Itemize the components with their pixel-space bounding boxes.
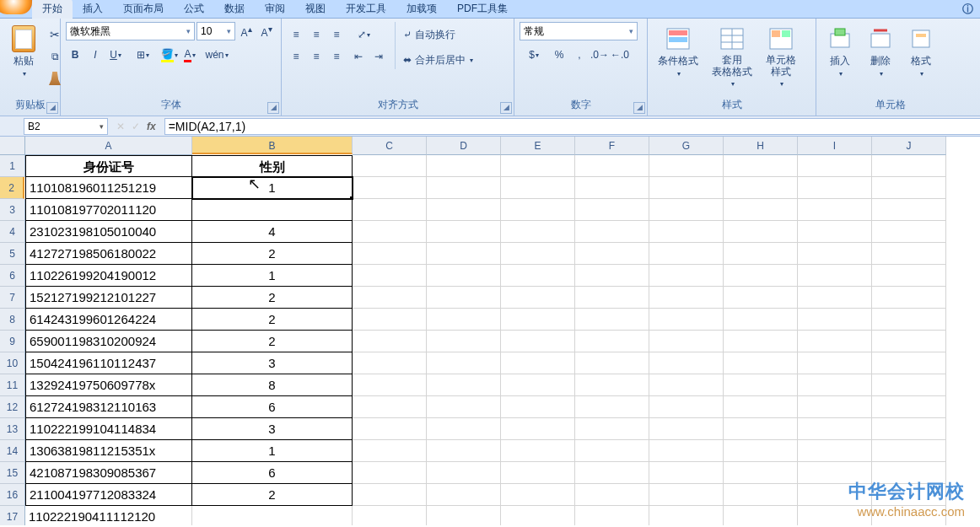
cell-A8[interactable]: 614243199601264224: [25, 309, 192, 331]
cell-D15[interactable]: [427, 462, 501, 484]
cell-F13[interactable]: [575, 418, 649, 440]
cell-H1[interactable]: [724, 155, 798, 177]
cell-B14[interactable]: 1: [192, 440, 353, 462]
cell-D2[interactable]: [427, 177, 501, 199]
cell-D16[interactable]: [427, 484, 501, 506]
cell-J5[interactable]: [872, 243, 946, 265]
decrease-decimal-button[interactable]: ←.0: [611, 46, 629, 64]
cell-E16[interactable]: [501, 484, 575, 506]
cell-G3[interactable]: [649, 199, 724, 221]
tab-6[interactable]: 视图: [295, 0, 336, 19]
cell-I8[interactable]: [798, 309, 872, 331]
help-icon[interactable]: ⓘ: [962, 2, 973, 17]
cell-A10[interactable]: 150424196110112437: [25, 352, 192, 374]
cell-I3[interactable]: [798, 199, 872, 221]
col-header-C[interactable]: C: [353, 137, 427, 155]
cell-H7[interactable]: [724, 287, 798, 309]
cell-C12[interactable]: [353, 396, 427, 418]
cell-H10[interactable]: [724, 352, 798, 374]
cell-C1[interactable]: [353, 155, 427, 177]
cell-J11[interactable]: [872, 374, 946, 396]
row-header-10[interactable]: 10: [0, 352, 25, 374]
cell-B17[interactable]: [192, 506, 353, 525]
cell-A4[interactable]: 231023198105010040: [25, 221, 192, 243]
cell-H2[interactable]: [724, 177, 798, 199]
cell-G2[interactable]: [649, 177, 724, 199]
cell-B9[interactable]: 2: [192, 331, 353, 352]
cell-E7[interactable]: [501, 287, 575, 309]
cell-B2[interactable]: 1: [192, 177, 353, 199]
cell-C3[interactable]: [353, 199, 427, 221]
delete-cells-button[interactable]: 删除▾: [862, 22, 899, 81]
cell-C4[interactable]: [353, 221, 427, 243]
cell-H5[interactable]: [724, 243, 798, 265]
cell-G7[interactable]: [649, 287, 724, 309]
increase-indent-button[interactable]: ⇥: [369, 47, 388, 66]
cell-G12[interactable]: [649, 396, 724, 418]
fx-icon[interactable]: fx: [147, 121, 156, 132]
row-header-3[interactable]: 3: [0, 199, 25, 221]
bold-button[interactable]: B: [66, 46, 84, 64]
cell-J13[interactable]: [872, 418, 946, 440]
cell-A6[interactable]: 110226199204190012: [25, 265, 192, 287]
cell-F17[interactable]: [575, 506, 649, 525]
cell-G16[interactable]: [649, 484, 724, 506]
col-header-D[interactable]: D: [427, 137, 501, 155]
cell-J14[interactable]: [872, 440, 946, 462]
row-header-15[interactable]: 15: [0, 462, 25, 484]
cell-C16[interactable]: [353, 484, 427, 506]
row-header-14[interactable]: 14: [0, 440, 25, 462]
cell-B4[interactable]: 4: [192, 221, 353, 243]
dialog-launcher[interactable]: ◢: [267, 102, 279, 114]
cell-B8[interactable]: 2: [192, 309, 353, 331]
cell-G13[interactable]: [649, 418, 724, 440]
grow-font-button[interactable]: A▴: [237, 22, 256, 40]
cell-G1[interactable]: [649, 155, 724, 177]
cell-F5[interactable]: [575, 243, 649, 265]
cell-A3[interactable]: 110108197702011120: [25, 199, 192, 221]
enter-formula-icon[interactable]: ✓: [132, 121, 140, 132]
cell-B15[interactable]: 6: [192, 462, 353, 484]
cell-E9[interactable]: [501, 331, 575, 352]
cell-F6[interactable]: [575, 265, 649, 287]
italic-button[interactable]: I: [86, 46, 105, 64]
percent-button[interactable]: %: [550, 46, 568, 64]
cell-I11[interactable]: [798, 374, 872, 396]
cell-A7[interactable]: 152127199212101227: [25, 287, 192, 309]
tab-0[interactable]: 开始: [32, 0, 73, 19]
font-name-combo[interactable]: 微软雅黑▾: [66, 22, 195, 40]
cell-D11[interactable]: [427, 374, 501, 396]
wrap-text-button[interactable]: ⤶ 自动换行: [402, 25, 483, 44]
row-header-16[interactable]: 16: [0, 484, 25, 506]
cell-B11[interactable]: 8: [192, 374, 353, 396]
comma-button[interactable]: ,: [570, 46, 589, 64]
cell-A11[interactable]: 13292419750609778x: [25, 374, 192, 396]
cell-D14[interactable]: [427, 440, 501, 462]
cell-H14[interactable]: [724, 440, 798, 462]
cell-G5[interactable]: [649, 243, 724, 265]
cell-F2[interactable]: [575, 177, 649, 199]
row-header-7[interactable]: 7: [0, 287, 25, 309]
number-format-combo[interactable]: 常规▾: [520, 22, 638, 40]
cell-C5[interactable]: [353, 243, 427, 265]
cell-C8[interactable]: [353, 309, 427, 331]
cell-G9[interactable]: [649, 331, 724, 352]
cell-G8[interactable]: [649, 309, 724, 331]
cell-E10[interactable]: [501, 352, 575, 374]
cell-F4[interactable]: [575, 221, 649, 243]
cell-B7[interactable]: 2: [192, 287, 353, 309]
name-box[interactable]: B2 ▾: [24, 118, 108, 135]
cell-I2[interactable]: [798, 177, 872, 199]
cell-J9[interactable]: [872, 331, 946, 352]
cell-E12[interactable]: [501, 396, 575, 418]
dialog-launcher[interactable]: ◢: [633, 102, 645, 114]
col-header-E[interactable]: E: [501, 137, 575, 155]
row-header-12[interactable]: 12: [0, 396, 25, 418]
fill-color-button[interactable]: 🪣▾: [160, 46, 179, 64]
cell-I5[interactable]: [798, 243, 872, 265]
tab-8[interactable]: 加载项: [396, 0, 447, 19]
row-header-6[interactable]: 6: [0, 265, 25, 287]
col-header-H[interactable]: H: [724, 137, 798, 155]
cell-H13[interactable]: [724, 418, 798, 440]
cell-C14[interactable]: [353, 440, 427, 462]
